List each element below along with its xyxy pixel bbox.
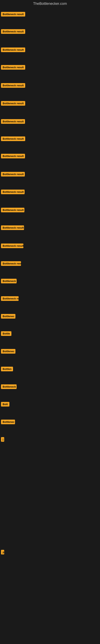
bottleneck-badge[interactable]: Bottleneck re (1, 296, 19, 301)
list-item: Bottlen (1, 366, 13, 372)
list-item: Bottleneck result (1, 153, 25, 160)
bottleneck-badge[interactable]: p (1, 550, 4, 554)
bottleneck-badge[interactable]: Bottleneck result (1, 154, 25, 158)
bottleneck-badge[interactable]: Bottleneck (1, 384, 17, 389)
list-item: Bott (1, 402, 9, 408)
items-container (0, 8, 100, 8)
list-item: Bottlenec (1, 314, 15, 320)
bottleneck-badge[interactable]: Bottleneck result (1, 136, 25, 141)
list-item: Bottleneck result (1, 29, 25, 35)
bottleneck-badge[interactable]: Bottleneck result (1, 226, 24, 230)
bottleneck-badge[interactable]: Bottlenec (1, 314, 15, 318)
bottleneck-badge[interactable]: Bottleneck result (1, 12, 25, 16)
bottleneck-badge[interactable]: Bottleneck result (1, 101, 25, 106)
list-item: Bottleneck result (1, 83, 25, 89)
list-item: Bottleneck (1, 384, 17, 390)
bottleneck-badge[interactable]: Bottleneck result (1, 65, 25, 70)
bottleneck-badge[interactable]: Bottleneck result (1, 172, 25, 176)
bottleneck-badge[interactable]: | (1, 437, 4, 442)
list-item: Bottleneck result (1, 136, 25, 142)
list-item: Bottleneck (1, 278, 17, 284)
list-item: Bottlenec (1, 348, 15, 355)
bottleneck-badge[interactable]: Bottleneck result (1, 48, 25, 52)
bottleneck-badge[interactable]: Bottleneck result (1, 119, 25, 124)
list-item: Bottleneck result (1, 225, 24, 231)
list-item: Bottleneck result (1, 243, 23, 249)
bottleneck-badge[interactable]: Bottleneck resu (1, 261, 21, 266)
list-item: Bottleneck result (1, 47, 25, 53)
list-item: Bottleneck result (1, 172, 25, 178)
list-item: Bottleneck result (1, 64, 25, 71)
bottleneck-badge[interactable]: Bottleneck result (1, 208, 24, 212)
bottleneck-badge[interactable]: Bottlen (1, 367, 13, 371)
list-item: Bottleneck result (1, 12, 25, 18)
bottleneck-badge[interactable]: Bott (1, 402, 9, 406)
bottleneck-badge[interactable]: Bottleneck result (1, 83, 25, 88)
bottleneck-badge[interactable]: Bottleneck result (1, 190, 25, 194)
bottleneck-badge[interactable]: Bottlenec (1, 349, 15, 354)
bottleneck-badge[interactable]: Bottleneck result (1, 244, 23, 248)
list-item: Bottleneck result (1, 207, 24, 214)
list-item: Bottleneck resu (1, 261, 21, 267)
list-item: Bottleneck result (1, 189, 25, 196)
list-item: Bottleneck result (1, 100, 25, 107)
list-item: Bottleneck re (1, 296, 19, 302)
list-item: | (1, 437, 4, 443)
list-item: Bottleneck result (1, 119, 25, 125)
list-item: Bottle (1, 331, 11, 337)
list-item: p (1, 550, 4, 556)
bottleneck-badge[interactable]: Bottlenec (1, 420, 15, 424)
bottleneck-badge[interactable]: Bottleneck (1, 279, 17, 283)
bottleneck-badge[interactable]: Bottleneck result (1, 29, 25, 34)
site-title: TheBottlenecker.com (0, 0, 100, 8)
list-item: Bottlenec (1, 419, 15, 426)
bottleneck-badge[interactable]: Bottle (1, 331, 11, 336)
